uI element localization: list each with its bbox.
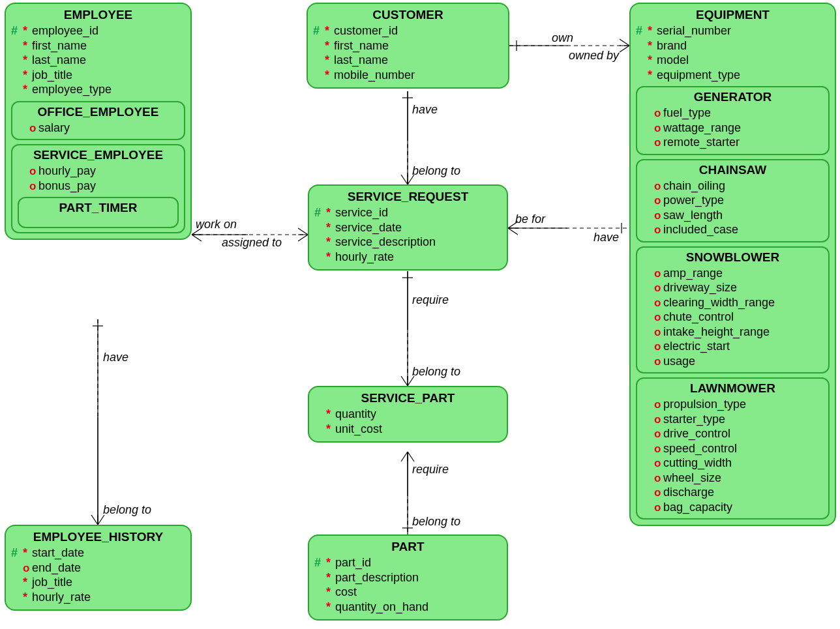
entity-title: CUSTOMER xyxy=(313,7,503,23)
entity-employee-history: EMPLOYEE_HISTORY #*start_date oend_date … xyxy=(5,525,192,611)
entity-title: EQUIPMENT xyxy=(636,7,830,23)
subentity-title: OFFICE_EMPLOYEE xyxy=(18,104,179,121)
subentity-title: GENERATOR xyxy=(642,89,823,106)
attr-list: #*employee_id *first_name *last_name *jo… xyxy=(11,23,185,97)
rel-label-own: own xyxy=(552,31,573,45)
subentity-chainsaw: CHAINSAW ochain_oiling opower_type osaw_… xyxy=(636,159,830,242)
entity-customer: CUSTOMER #*customer_id *first_name *last… xyxy=(307,3,509,89)
subentity-snowblower: SNOWBLOWER oamp_range odriveway_size ocl… xyxy=(636,246,830,374)
rel-label-have: have xyxy=(103,351,128,364)
entity-equipment: EQUIPMENT #*serial_number *brand *model … xyxy=(629,3,836,526)
entity-service-request: SERVICE_REQUEST #*service_id *service_da… xyxy=(308,184,508,271)
rel-label-require: require xyxy=(412,293,449,307)
rel-label-have: have xyxy=(593,231,619,244)
entity-title: EMPLOYEE xyxy=(11,7,185,23)
subentity-title: SNOWBLOWER xyxy=(642,249,823,266)
rel-label-belong-to: belong to xyxy=(103,503,151,517)
subentity-lawnmower: LAWNMOWER opropulsion_type ostarter_type… xyxy=(636,377,830,519)
entity-title: PART xyxy=(314,538,502,555)
rel-label-belong-to: belong to xyxy=(412,164,460,178)
rel-label-work-on: work on xyxy=(196,218,237,231)
rel-label-have: have xyxy=(412,103,438,117)
entity-employee: EMPLOYEE #*employee_id *first_name *last… xyxy=(5,3,192,240)
subentity-title: PART_TIMER xyxy=(24,199,172,216)
rel-label-belong-to: belong to xyxy=(412,515,460,529)
rel-label-belong-to: belong to xyxy=(412,365,460,379)
subentity-generator: GENERATOR ofuel_type owattage_range orem… xyxy=(636,86,830,155)
subentity-part-timer: PART_TIMER xyxy=(18,197,179,228)
rel-label-be-for: be for xyxy=(515,212,545,226)
subentity-office-employee: OFFICE_EMPLOYEE osalary xyxy=(11,101,185,141)
entity-part: PART #*part_id *part_description *cost *… xyxy=(308,534,508,621)
rel-label-require: require xyxy=(412,463,449,476)
subentity-title: LAWNMOWER xyxy=(642,380,823,397)
rel-label-assigned-to: assigned to xyxy=(222,236,282,250)
entity-service-part: SERVICE_PART *quantity *unit_cost xyxy=(308,386,508,443)
subentity-title: CHAINSAW xyxy=(642,162,823,179)
entity-title: SERVICE_PART xyxy=(314,390,502,407)
entity-title: EMPLOYEE_HISTORY xyxy=(11,529,185,546)
rel-label-owned-by: owned by xyxy=(569,49,619,63)
subentity-title: SERVICE_EMPLOYEE xyxy=(18,147,179,164)
subentity-service-employee: SERVICE_EMPLOYEE ohourly_pay obonus_pay … xyxy=(11,144,185,233)
entity-title: SERVICE_REQUEST xyxy=(314,188,502,205)
